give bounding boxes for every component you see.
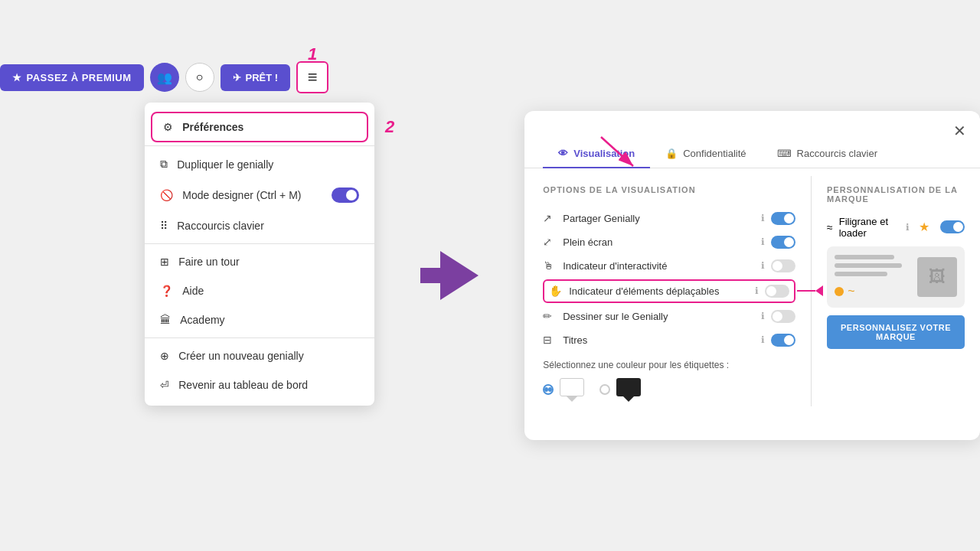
menu-item-new-genially[interactable]: ⊕ Créer un nouveau genially (145, 341, 374, 370)
menu-item-academy[interactable]: 🏛 Academy (145, 305, 374, 334)
preview-logo-text: ~ (848, 285, 854, 298)
personnaliser-button[interactable]: PERSONNALISEZ VOTRE MARQUE (827, 315, 965, 349)
brand-preview: ~ 🖼 (827, 246, 965, 308)
toggle-titres[interactable] (771, 334, 795, 347)
premium-button[interactable]: ★ PASSEZ À PREMIUM (0, 64, 144, 91)
toggle-partager[interactable] (771, 212, 795, 225)
divider3 (145, 337, 374, 338)
radio-black[interactable] (599, 384, 610, 395)
new-genially-label: Créer un nouveau genially (178, 350, 303, 362)
image-placeholder-icon: 🖼 (929, 267, 946, 287)
radio-white[interactable] (543, 384, 554, 395)
info-icon-interactivite[interactable]: ℹ (761, 260, 765, 271)
options-title: OPTIONS DE LA VISUALISATION (543, 185, 795, 194)
info-icon-filigrane[interactable]: ℹ (906, 222, 910, 233)
cursor-icon: 🖱 (543, 259, 557, 272)
dessiner-label: Dessiner sur le Genially (563, 311, 755, 322)
preferences-label: Préférences (182, 121, 243, 133)
info-icon-deplagables[interactable]: ℹ (755, 285, 759, 296)
menu-item-help[interactable]: ❓ Aide (145, 276, 374, 305)
eye-icon: ○ (196, 70, 204, 84)
modal-left: OPTIONS DE LA VISUALISATION ↗ Partager G… (524, 168, 811, 414)
black-tooltip-tip (623, 396, 634, 402)
brand-option-filigrane: ≈ Filigrane et loader ℹ ★ (827, 216, 965, 239)
white-swatch (560, 378, 584, 396)
option-plein-ecran: ⤢ Plein écran ℹ (543, 230, 795, 254)
toggle-filigrane[interactable] (940, 220, 965, 233)
star-icon: ★ (12, 72, 22, 83)
arrow-head (440, 251, 479, 300)
preview-logo: ~ (835, 285, 910, 298)
black-swatch-wrapper (616, 378, 641, 402)
shortcuts-icon: ⠿ (160, 220, 168, 232)
color-option-white[interactable] (543, 378, 584, 402)
color-option-black[interactable] (599, 378, 641, 402)
preview-line-3 (835, 272, 887, 276)
menu-item-designer[interactable]: 🚫 Mode designer (Ctrl + M) (145, 179, 374, 211)
menu-item-preferences[interactable]: ⚙ Préférences 2 (151, 112, 368, 142)
step2-label: 2 (385, 117, 394, 137)
toggle-dessiner[interactable] (771, 310, 795, 323)
tour-label: Faire un tour (178, 256, 239, 268)
designer-icon: 🚫 (160, 189, 173, 201)
white-tooltip-tip (567, 396, 577, 402)
option-titres: ⊟ Titres ℹ (543, 328, 795, 352)
lock-tab-icon: 🔒 (665, 148, 678, 159)
menu-item-dashboard[interactable]: ⏎ Revenir au tableau de bord (145, 370, 374, 399)
users-button[interactable]: 👥 (150, 63, 179, 92)
toggle-plein-ecran[interactable] (771, 236, 795, 249)
arrow-container (420, 251, 479, 300)
info-icon-dessiner[interactable]: ℹ (761, 311, 765, 321)
toggle-interactivite[interactable] (771, 259, 795, 272)
option-partager: ↗ Partager Genially ℹ (543, 207, 795, 230)
toolbar: ★ PASSEZ À PREMIUM 👥 ○ ✈ PRÊT ! 1 ≡ (0, 61, 374, 93)
black-swatch (616, 378, 641, 396)
color-select-section: Sélectionnez une couleur pour les étique… (543, 360, 795, 402)
designer-toggle[interactable] (332, 187, 359, 203)
info-icon-partager[interactable]: ℹ (761, 213, 765, 223)
preview-text-block: ~ (835, 255, 910, 298)
rocket-icon: ✈ (233, 72, 241, 83)
partager-label: Partager Genially (563, 213, 755, 224)
menu-item-shortcuts[interactable]: ⠿ Raccourcis clavier (145, 211, 374, 240)
tab-raccourcis-label: Raccourcis clavier (797, 148, 877, 159)
pencil-icon: ✏ (543, 310, 557, 322)
preferences-icon: ⚙ (163, 121, 173, 133)
filigrane-icon: ≈ (827, 221, 833, 233)
menu-button[interactable]: ≡ (296, 61, 328, 93)
tab-visualisation-label: Visualisation (573, 148, 635, 159)
brand-title: PERSONNALISATION DE LA MARQUE (827, 185, 965, 204)
plein-ecran-label: Plein écran (563, 236, 755, 248)
filigrane-label: Filigrane et loader (839, 216, 900, 239)
tour-icon: ⊞ (160, 256, 169, 268)
tab-confidentialite[interactable]: 🔒 Confidentialité (650, 140, 761, 168)
users-icon: 👥 (157, 70, 172, 85)
preview-image: 🖼 (917, 257, 957, 297)
info-icon-plein-ecran[interactable]: ℹ (761, 236, 765, 247)
tab-raccourcis[interactable]: ⌨ Raccourcis clavier (762, 140, 893, 168)
preferences-modal: ✕ 👁 Visualisation 🔒 Confidentialité ⌨ Ra… (524, 111, 980, 440)
color-select-label: Sélectionnez une couleur pour les étique… (543, 360, 795, 370)
shortcuts-label: Raccourcis clavier (177, 220, 264, 232)
close-button[interactable]: ✕ (953, 122, 966, 140)
info-icon-titres[interactable]: ℹ (761, 334, 765, 345)
tabs: 👁 Visualisation 🔒 Confidentialité ⌨ Racc… (524, 140, 980, 168)
eye-button[interactable]: ○ (185, 63, 214, 92)
pret-button[interactable]: ✈ PRÊT ! (220, 64, 291, 91)
divider2 (145, 243, 374, 244)
option-interactivite: 🖱 Indicateur d'interactivité ℹ (543, 254, 795, 278)
option-deplagables: ✋ Indicateur d'éléments déplaçables ℹ (543, 279, 795, 303)
keyboard-tab-icon: ⌨ (777, 148, 792, 159)
preview-line-1 (835, 255, 894, 259)
option-dessiner: ✏ Dessiner sur le Genially ℹ (543, 305, 795, 328)
menu-item-duplicate[interactable]: ⧉ Dupliquer le genially (145, 149, 374, 179)
tab-visualisation[interactable]: 👁 Visualisation (543, 140, 650, 168)
modal-body: OPTIONS DE LA VISUALISATION ↗ Partager G… (524, 168, 980, 414)
toggle-deplagables[interactable] (765, 285, 789, 298)
highlight-arrow (797, 285, 823, 296)
menu-item-tour[interactable]: ⊞ Faire un tour (145, 247, 374, 276)
fullscreen-icon: ⤢ (543, 236, 557, 248)
divider1 (145, 145, 374, 146)
new-genially-icon: ⊕ (160, 350, 169, 362)
help-icon: ❓ (160, 285, 173, 297)
